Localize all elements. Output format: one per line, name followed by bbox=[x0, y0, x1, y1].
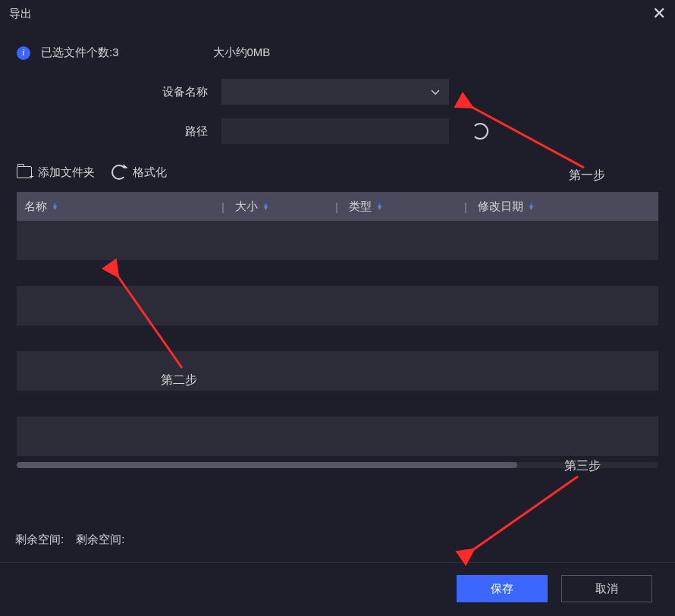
form-area: 设备名称 路径 bbox=[0, 66, 675, 148]
add-folder-label: 添加文件夹 bbox=[38, 165, 95, 180]
size-label: 大小约0MB bbox=[213, 46, 271, 60]
device-name-row: 设备名称 bbox=[17, 75, 658, 108]
format-button[interactable]: 格式化 bbox=[111, 165, 167, 180]
title-bar: 导出 ✕ bbox=[0, 0, 675, 27]
format-label: 格式化 bbox=[133, 165, 167, 180]
table-row[interactable] bbox=[17, 416, 658, 456]
save-button[interactable]: 保存 bbox=[457, 575, 548, 602]
bottom-panel: 剩余空间: 剩余空间: 保存 取消 bbox=[0, 533, 675, 616]
path-row: 路径 bbox=[17, 115, 658, 148]
path-input[interactable] bbox=[221, 118, 449, 144]
table-row[interactable] bbox=[17, 286, 658, 325]
scrollbar-thumb[interactable] bbox=[17, 462, 517, 468]
sort-icon: ▲▼ bbox=[528, 203, 535, 210]
selected-count-label: 已选文件个数:3 bbox=[41, 46, 119, 60]
remaining-space-row: 剩余空间: 剩余空间: bbox=[0, 533, 675, 562]
remaining-space-label-1: 剩余空间: bbox=[15, 533, 64, 547]
table-row[interactable] bbox=[17, 351, 658, 391]
column-type[interactable]: | 类型 ▲▼ bbox=[335, 200, 464, 214]
toolbar: 添加文件夹 格式化 bbox=[0, 148, 675, 187]
sort-icon: ▲▼ bbox=[376, 203, 383, 210]
button-row: 保存 取消 bbox=[0, 562, 675, 616]
sort-icon: ▲▼ bbox=[52, 203, 58, 210]
device-name-select[interactable] bbox=[221, 79, 449, 105]
sort-icon: ▲▼ bbox=[262, 203, 269, 210]
window-title: 导出 bbox=[9, 7, 32, 21]
info-row: i 已选文件个数:3 大小约0MB bbox=[0, 27, 675, 66]
column-modified[interactable]: | 修改日期 ▲▼ bbox=[464, 200, 651, 214]
add-folder-button[interactable]: 添加文件夹 bbox=[17, 165, 95, 180]
chevron-down-icon bbox=[431, 86, 440, 98]
path-label: 路径 bbox=[17, 124, 221, 139]
column-size[interactable]: | 大小 ▲▼ bbox=[221, 200, 335, 214]
remaining-space-label-2: 剩余空间: bbox=[76, 533, 124, 547]
table-header: 名称 ▲▼ | 大小 ▲▼ | 类型 ▲▼ | 修改日期 ▲▼ bbox=[17, 192, 658, 221]
refresh-icon[interactable] bbox=[472, 123, 488, 140]
column-name[interactable]: 名称 ▲▼ bbox=[24, 200, 221, 214]
info-icon: i bbox=[17, 46, 30, 60]
cancel-button[interactable]: 取消 bbox=[561, 575, 652, 602]
file-table: 名称 ▲▼ | 大小 ▲▼ | 类型 ▲▼ | 修改日期 ▲▼ bbox=[17, 192, 658, 456]
table-row[interactable] bbox=[17, 221, 658, 260]
refresh-arrow-icon bbox=[111, 165, 127, 180]
device-name-label: 设备名称 bbox=[17, 85, 221, 99]
folder-plus-icon bbox=[17, 166, 32, 178]
close-icon[interactable]: ✕ bbox=[652, 5, 666, 22]
horizontal-scrollbar[interactable] bbox=[17, 462, 658, 468]
